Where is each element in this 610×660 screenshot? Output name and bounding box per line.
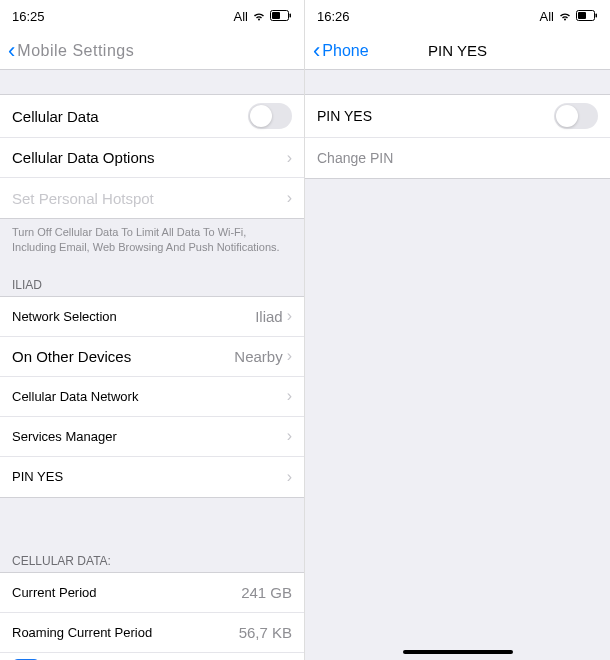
chevron-right-icon: ›	[287, 307, 292, 325]
nav-back-text: Mobile Settings	[17, 42, 134, 60]
pin-yes-label: PIN YES	[317, 108, 372, 124]
status-bar: 16:26 All	[305, 0, 610, 32]
cellular-footer: Turn Off Cellular Data To Limit All Data…	[0, 219, 304, 262]
wifi-icon	[252, 9, 266, 24]
carrier-header: ILIAD	[0, 262, 304, 296]
pin-yes-toggle[interactable]	[554, 103, 598, 129]
back-button[interactable]: ‹ Phone	[313, 38, 369, 64]
other-devices-label: On Other Devices	[12, 348, 131, 365]
chevron-right-icon: ›	[287, 347, 292, 365]
settings-screen: 16:25 All ‹ Mobile Settings Cellular Dat…	[0, 0, 305, 660]
svg-rect-5	[596, 13, 598, 17]
battery-icon	[270, 9, 292, 24]
battery-icon	[576, 9, 598, 24]
cellular-options-row[interactable]: Cellular Data Options ›	[0, 138, 304, 178]
nav-back-text: Phone	[322, 42, 368, 60]
svg-rect-2	[290, 13, 292, 17]
nav-title: PIN YES	[428, 42, 487, 59]
status-bar: 16:25 All	[0, 0, 304, 32]
status-time: 16:25	[12, 9, 45, 24]
svg-rect-1	[272, 12, 280, 19]
chevron-left-icon: ‹	[313, 38, 320, 64]
hotspot-label: Set Personal Hotspot	[12, 190, 154, 207]
status-right: All	[540, 9, 598, 24]
cellular-network-label: Cellular Data Network	[12, 389, 138, 404]
status-label: All	[234, 9, 248, 24]
chevron-right-icon: ›	[287, 189, 292, 207]
cellular-data-label: Cellular Data	[12, 108, 99, 125]
chevron-right-icon: ›	[287, 427, 292, 445]
services-manager-row[interactable]: Services Manager ›	[0, 417, 304, 457]
nav-bar: ‹ Mobile Settings	[0, 32, 304, 70]
roaming-period-value: 56,7 KB	[239, 624, 292, 641]
status-time: 16:26	[317, 9, 350, 24]
cellular-data-row[interactable]: Cellular Data	[0, 95, 304, 138]
network-selection-value: Iliad	[255, 308, 283, 325]
pin-yes-toggle-row[interactable]: PIN YES	[305, 95, 610, 138]
chevron-right-icon: ›	[287, 387, 292, 405]
other-devices-row[interactable]: On Other Devices Nearby›	[0, 337, 304, 377]
other-devices-value: Nearby	[234, 348, 282, 365]
cellular-data-toggle[interactable]	[248, 103, 292, 129]
home-indicator[interactable]	[403, 650, 513, 654]
data-header: CELLULAR DATA:	[0, 538, 304, 572]
cellular-options-label: Cellular Data Options	[12, 149, 155, 166]
chevron-left-icon: ‹	[8, 38, 15, 64]
svg-rect-4	[578, 12, 586, 19]
current-period-row: Current Period 241 GB	[0, 573, 304, 613]
status-label: All	[540, 9, 554, 24]
current-period-label: Current Period	[12, 585, 97, 600]
wifi-icon	[558, 9, 572, 24]
pin-screen: 16:26 All ‹ Phone PIN YES PIN YES Change…	[305, 0, 610, 660]
network-selection-label: Network Selection	[12, 309, 117, 324]
chevron-right-icon: ›	[287, 149, 292, 167]
cellular-network-row[interactable]: Cellular Data Network ›	[0, 377, 304, 417]
app-row-facebook[interactable]: f Facebook 72,8 GB	[0, 653, 304, 660]
change-pin-label: Change PIN	[317, 150, 393, 166]
pin-yes-label: PIN YES	[12, 469, 63, 484]
current-period-value: 241 GB	[241, 584, 292, 601]
change-pin-row[interactable]: Change PIN	[305, 138, 610, 178]
roaming-period-label: Roaming Current Period	[12, 625, 152, 640]
status-right: All	[234, 9, 292, 24]
nav-bar: ‹ Phone PIN YES	[305, 32, 610, 70]
hotspot-row[interactable]: Set Personal Hotspot ›	[0, 178, 304, 218]
chevron-right-icon: ›	[287, 468, 292, 486]
pin-yes-row[interactable]: PIN YES ›	[0, 457, 304, 497]
network-selection-row[interactable]: Network Selection Iliad›	[0, 297, 304, 337]
roaming-period-row: Roaming Current Period 56,7 KB	[0, 613, 304, 653]
back-button[interactable]: ‹ Mobile Settings	[8, 38, 134, 64]
services-manager-label: Services Manager	[12, 429, 117, 444]
